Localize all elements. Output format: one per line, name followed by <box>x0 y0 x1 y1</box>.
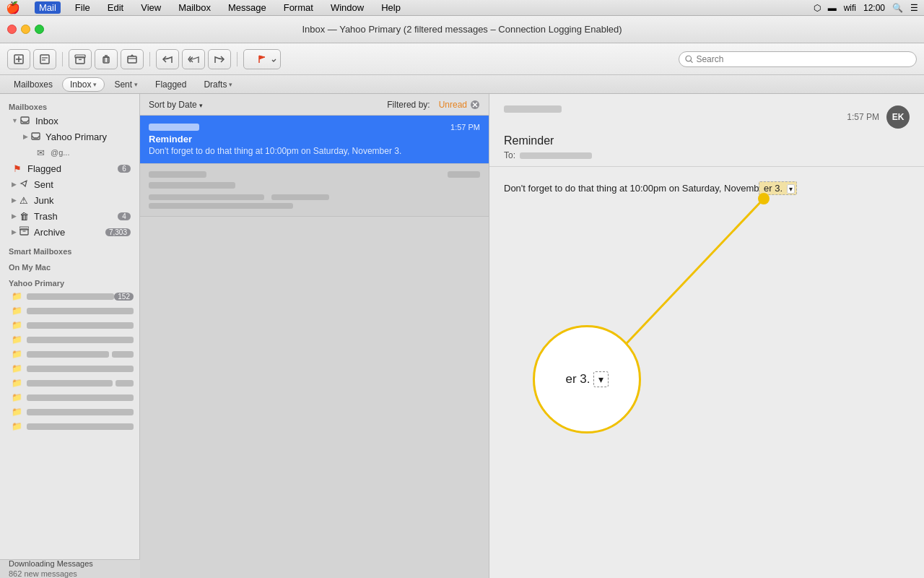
search-icon <box>685 55 693 64</box>
apple-menu[interactable]: 🍎 <box>6 1 20 14</box>
sidebar-folder-3[interactable]: 📁 <box>0 318 139 332</box>
email-sender-1 <box>149 124 199 131</box>
sidebar-item-flagged[interactable]: ⚑ Flagged 6 <box>3 160 136 176</box>
inbox-dropdown-icon[interactable]: ▾ <box>93 81 97 88</box>
archive-toolbar-button[interactable] <box>69 49 92 69</box>
sidebar-folder-7[interactable]: 📁 <box>0 376 139 390</box>
email-subject-1: Reminder <box>149 134 480 144</box>
email-list-header: Sort by Date ▾ Filtered by: Unread <box>140 94 489 116</box>
magnifier-dropdown-button[interactable]: ▾ <box>593 371 609 387</box>
forward-button[interactable] <box>208 49 231 69</box>
trash-icon: 🗑 <box>18 211 30 222</box>
sort-label[interactable]: Sort by Date ▾ <box>149 100 203 110</box>
wifi-icon: wifi <box>844 3 856 13</box>
sidebar-item-trash[interactable]: ▶ 🗑 Trash 4 <box>3 208 136 224</box>
svg-line-13 <box>691 60 693 62</box>
sidebar-item-yahoo-primary[interactable]: ▶ Yahoo Primary <box>3 129 136 144</box>
folder-2-icon: 📁 <box>12 306 22 316</box>
folder-5-icon: 📁 <box>12 349 22 359</box>
email-time-1: 1:57 PM <box>450 123 480 131</box>
move-button[interactable] <box>121 49 144 69</box>
delete-button[interactable] <box>95 49 118 69</box>
trash-badge: 4 <box>118 212 131 220</box>
tab-sent[interactable]: Sent ▾ <box>106 77 146 92</box>
title-bar: Inbox — Yahoo Primary (2 filtered messag… <box>0 16 924 43</box>
menu-view[interactable]: View <box>138 2 164 13</box>
drafts-dropdown-icon[interactable]: ▾ <box>229 81 232 88</box>
sidebar-item-archive[interactable]: ▶ Archive 7,303 <box>3 224 136 240</box>
filter-clear-icon[interactable] <box>470 100 480 110</box>
sort-dropdown-icon: ▾ <box>199 102 203 109</box>
email-detail-header: 1:57 PM EK Reminder To: <box>489 94 924 167</box>
search-bar[interactable] <box>679 51 917 67</box>
maximize-button[interactable] <box>35 25 44 34</box>
sidebar-item-email-account[interactable]: ✉ @g... <box>3 144 136 160</box>
svg-rect-3 <box>40 55 49 64</box>
sidebar-folder-2[interactable]: 📁 <box>0 303 139 318</box>
folder-3-icon: 📁 <box>12 320 22 330</box>
detail-time: 1:57 PM <box>847 112 879 122</box>
email-item-1[interactable]: 1:57 PM Reminder Don't forget to do that… <box>140 116 489 164</box>
reply-button[interactable] <box>156 49 179 69</box>
detail-sender <box>504 105 562 113</box>
menubar-system-icons: ⬡ ▬ wifi 12:00 🔍 ☰ <box>814 3 918 13</box>
status-bar: Downloading Messages 862 new messages <box>0 559 140 578</box>
folder-9-icon: 📁 <box>12 407 22 417</box>
sidebar-folder-8[interactable]: 📁 <box>0 390 139 405</box>
sidebar-folder-5[interactable]: 📁 <box>0 347 139 361</box>
sidebar-folder-1[interactable]: 📁 152 <box>0 289 139 303</box>
status-line2: 862 new messages <box>9 569 93 579</box>
menu-window[interactable]: Window <box>328 2 367 13</box>
tab-inbox[interactable]: Inbox ▾ <box>62 77 105 92</box>
sidebar-folder-9[interactable]: 📁 <box>0 405 139 419</box>
search-menubar-icon[interactable]: 🔍 <box>892 3 903 13</box>
folder-10-icon: 📁 <box>12 421 22 431</box>
sidebar-item-inbox[interactable]: ▼ Inbox <box>3 113 136 129</box>
yahoo-disclosure-icon: ▶ <box>23 133 28 140</box>
menu-mailbox[interactable]: Mailbox <box>175 2 214 13</box>
smart-mailboxes-section-title: Smart Mailboxes <box>0 244 139 257</box>
sidebar: Mailboxes ▼ Inbox ▶ Yahoo Primary ✉ @g..… <box>0 94 140 578</box>
note-button[interactable] <box>33 49 56 69</box>
sidebar-item-junk[interactable]: ▶ ⚠ Junk <box>3 192 136 208</box>
filter-label: Filtered by: <box>387 100 430 110</box>
menu-mail[interactable]: Mail <box>35 1 61 14</box>
minimize-button[interactable] <box>21 25 30 34</box>
main-layout: Mailboxes ▼ Inbox ▶ Yahoo Primary ✉ @g..… <box>0 94 924 578</box>
toolbar <box>0 43 924 75</box>
sidebar-folder-6[interactable]: 📁 <box>0 361 139 376</box>
close-button[interactable] <box>7 25 17 34</box>
window-title: Inbox — Yahoo Primary (2 filtered messag… <box>302 24 622 35</box>
sidebar-item-sent[interactable]: ▶ Sent <box>3 176 136 192</box>
detail-subject: Reminder <box>504 134 910 147</box>
tab-flagged[interactable]: Flagged <box>147 77 194 92</box>
menu-edit[interactable]: Edit <box>105 2 126 13</box>
email-detail: 1:57 PM EK Reminder To: Don't forget to … <box>489 94 924 578</box>
sent-icon <box>18 179 30 190</box>
email-item-2[interactable] <box>140 164 489 217</box>
flag-sidebar-icon: ⚑ <box>12 163 23 174</box>
folder-6-icon: 📁 <box>12 363 22 374</box>
sidebar-folder-4[interactable]: 📁 <box>0 332 139 347</box>
filter-value[interactable]: Unread <box>439 100 480 110</box>
menu-help[interactable]: Help <box>378 2 404 13</box>
archive-badge: 7,303 <box>105 228 131 236</box>
yahoo-inbox-icon <box>30 131 41 142</box>
date-dropdown-icon[interactable]: ▾ <box>787 184 795 194</box>
search-input[interactable] <box>696 54 910 64</box>
compose-button[interactable] <box>7 49 30 69</box>
menu-format[interactable]: Format <box>281 2 316 13</box>
notification-icon[interactable]: ☰ <box>910 3 918 13</box>
tab-mailboxes[interactable]: Mailboxes <box>6 77 61 92</box>
tab-drafts[interactable]: Drafts ▾ <box>196 77 240 92</box>
mailboxes-section-title: Mailboxes <box>0 100 139 113</box>
clock: 12:00 <box>863 3 885 13</box>
menu-file[interactable]: File <box>72 2 93 13</box>
sidebar-folder-10[interactable]: 📁 <box>0 419 139 434</box>
on-my-mac-section-title: On My Mac <box>0 260 139 273</box>
reply-all-button[interactable] <box>182 49 205 69</box>
sent-dropdown-icon[interactable]: ▾ <box>134 81 138 88</box>
menu-message[interactable]: Message <box>225 2 269 13</box>
window-controls[interactable] <box>7 25 44 34</box>
flag-button[interactable] <box>243 49 281 69</box>
